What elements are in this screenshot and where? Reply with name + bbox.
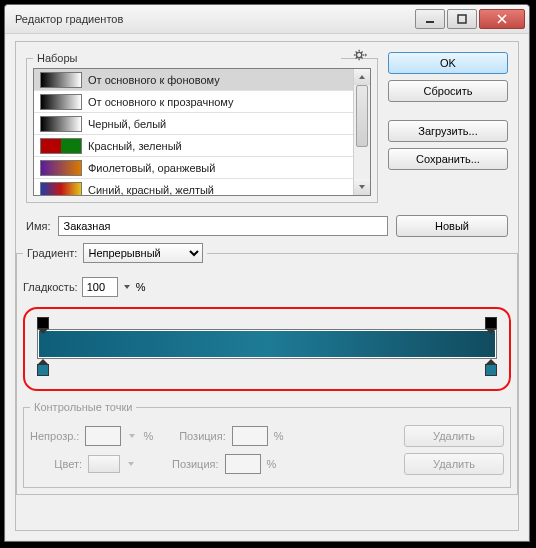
delete-opacity-stop-button: Удалить [404,425,504,447]
gradient-type-label: Градиент: [27,247,77,259]
percent-sign: % [274,430,284,442]
position-label: Позиция: [172,458,219,470]
color-stop-left[interactable] [37,359,49,371]
ok-button[interactable]: OK [388,52,508,74]
preset-swatch [40,182,82,197]
presets-legend: Наборы [37,52,78,64]
opacity-stop-left[interactable] [37,317,49,329]
minimize-button[interactable] [415,9,445,29]
smoothness-stepper[interactable] [122,283,132,291]
preset-item[interactable]: Черный, белый [34,113,354,135]
preset-label: От основного к прозрачному [88,96,354,108]
delete-color-stop-button: Удалить [404,453,504,475]
color-stepper [126,460,136,468]
opacity-input [85,426,121,446]
preset-label: Черный, белый [88,118,354,130]
svg-line-9 [356,52,357,53]
preset-item[interactable]: От основного к фоновому [34,69,354,91]
preset-swatch [40,94,82,110]
color-swatch [88,455,120,473]
control-points-group: Контрольные точки Непрозр.: % Позиция: [23,401,511,488]
editor-window: Редактор градиентов [4,4,530,542]
presets-menu-button[interactable] [353,48,367,64]
control-points-legend: Контрольные точки [30,401,136,413]
preset-item[interactable]: Красный, зеленый [34,135,354,157]
position-label: Позиция: [179,430,226,442]
opacity-stop-label: Непрозр.: [30,430,79,442]
presets-group: Наборы [26,52,378,203]
preset-label: Красный, зеленый [88,140,354,152]
color-position-input [225,454,261,474]
scroll-thumb[interactable] [356,85,368,147]
percent-sign: % [267,458,277,470]
color-stop-right[interactable] [485,359,497,371]
name-label: Имя: [26,220,50,232]
preset-label: Фиолетовый, оранжевый [88,162,354,174]
preset-item[interactable]: Синий, красный, желтый [34,179,354,196]
cancel-button[interactable]: Сбросить [388,80,508,102]
chevron-down-icon [127,460,135,468]
gradient-bar[interactable] [37,329,497,359]
percent-sign: % [143,430,153,442]
opacity-position-input [232,426,268,446]
preset-label: Синий, красный, желтый [88,184,354,196]
smoothness-label: Гладкость: [23,281,78,293]
preset-item[interactable]: От основного к прозрачному [34,91,354,113]
gradient-editor-highlight [23,307,511,391]
gradient-type-select[interactable]: Непрерывный [83,243,203,263]
preset-swatch [40,160,82,176]
gear-icon [353,48,367,62]
scroll-up-button[interactable] [354,69,370,85]
close-button[interactable] [479,9,525,29]
svg-point-4 [357,52,362,57]
scroll-down-button[interactable] [354,179,370,195]
load-button[interactable]: Загрузить... [388,120,508,142]
preset-label: От основного к фоновому [88,74,354,86]
preset-swatch [40,116,82,132]
percent-sign: % [136,281,146,293]
svg-line-12 [356,57,357,58]
new-button[interactable]: Новый [396,215,508,237]
color-stop-label: Цвет: [30,458,82,470]
chevron-down-icon [128,432,136,440]
svg-rect-1 [458,15,466,23]
svg-line-10 [361,57,362,58]
maximize-button[interactable] [447,9,477,29]
titlebar[interactable]: Редактор градиентов [5,5,529,34]
chevron-down-icon [123,283,131,291]
svg-line-11 [361,52,362,53]
preset-list[interactable]: От основного к фоновому От основного к п… [33,68,371,196]
gradient-group: Градиент: Непрерывный Гладкость: % [16,243,518,495]
name-input[interactable] [58,216,388,236]
window-title: Редактор градиентов [15,13,415,25]
preset-item[interactable]: Фиолетовый, оранжевый [34,157,354,179]
preset-swatch [40,138,82,154]
preset-scrollbar[interactable] [353,69,370,195]
opacity-stepper [127,432,137,440]
preset-swatch [40,72,82,88]
save-button[interactable]: Сохранить... [388,148,508,170]
opacity-stop-right[interactable] [485,317,497,329]
smoothness-input[interactable] [82,277,118,297]
